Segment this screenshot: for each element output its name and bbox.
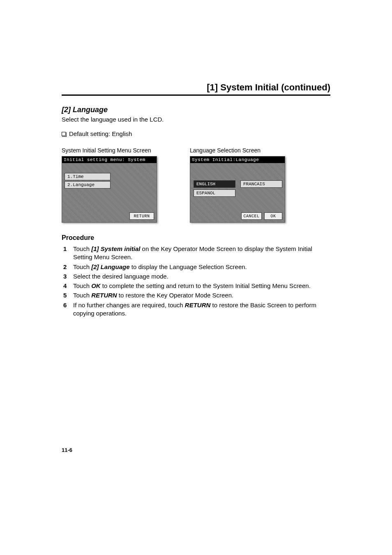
lang-option-espanol[interactable]: ESPANOL [194, 189, 235, 197]
step-text-pre: If no further changes are required, touc… [73, 302, 185, 309]
lcd-title: Initial setting menu: System [62, 157, 157, 163]
screen-block-right: Language Selection Screen System Initial… [190, 147, 285, 223]
procedure-list: Touch [1] System initial on the Key Oper… [62, 245, 330, 318]
subsection-header: [2] Language [62, 106, 330, 114]
step-text-pre: Touch [73, 282, 91, 289]
step-emphasis: RETURN [185, 302, 211, 309]
procedure-step: Touch [2] Language to display the Langua… [62, 263, 330, 271]
menu-option-time[interactable]: 1.Time [65, 173, 111, 180]
step-text-post: to complete the setting and return to th… [101, 282, 311, 289]
step-text-post: to restore the Key Operator Mode Screen. [117, 292, 233, 299]
intro-text: Select the language used in the LCD. [62, 116, 330, 123]
procedure-step: Touch OK to complete the setting and ret… [62, 282, 330, 290]
screens-row: System Initial Setting Menu Screen Initi… [62, 147, 330, 223]
lcd-screen-language: System Initial:Language ENGLISH FRANCAIS… [190, 156, 285, 223]
screen-label: System Initial Setting Menu Screen [62, 147, 157, 154]
screen-label: Language Selection Screen [190, 147, 285, 154]
bullet-icon [62, 132, 66, 136]
step-text-pre: Touch [73, 292, 91, 299]
procedure-step: If no further changes are required, touc… [62, 301, 330, 318]
menu-option-language[interactable]: 2.Language [65, 181, 111, 189]
screen-block-left: System Initial Setting Menu Screen Initi… [62, 147, 157, 223]
step-text-pre: Touch [73, 245, 91, 252]
cancel-button[interactable]: CANCEL [241, 212, 262, 220]
lang-option-english[interactable]: ENGLISH [194, 180, 235, 188]
step-emphasis: OK [91, 282, 101, 289]
procedure-header: Procedure [62, 234, 330, 242]
default-setting-text: Default setting: English [69, 130, 132, 137]
procedure-step: Select the desired language mode. [62, 272, 330, 281]
section-header: [1] System Initial (continued) [62, 82, 330, 96]
step-emphasis: RETURN [91, 292, 117, 299]
step-text-pre: Select the desired language mode. [73, 273, 168, 280]
page-number: 11-6 [62, 447, 72, 453]
step-emphasis: [2] Language [91, 263, 129, 270]
procedure-step: Touch RETURN to restore the Key Operator… [62, 291, 330, 299]
procedure-step: Touch [1] System initial on the Key Oper… [62, 245, 330, 262]
default-setting-row: Default setting: English [62, 130, 330, 137]
step-emphasis: [1] System initial [91, 245, 140, 252]
lcd-title: System Initial:Language [190, 157, 285, 163]
ok-button[interactable]: OK [264, 212, 282, 220]
return-button[interactable]: RETURN [129, 212, 154, 220]
lang-option-francais[interactable]: FRANCAIS [240, 180, 282, 188]
lcd-screen-menu: Initial setting menu: System 1.Time 2.La… [62, 156, 157, 223]
step-text-pre: Touch [73, 263, 91, 270]
step-text-post: to display the Language Selection Screen… [130, 263, 247, 270]
